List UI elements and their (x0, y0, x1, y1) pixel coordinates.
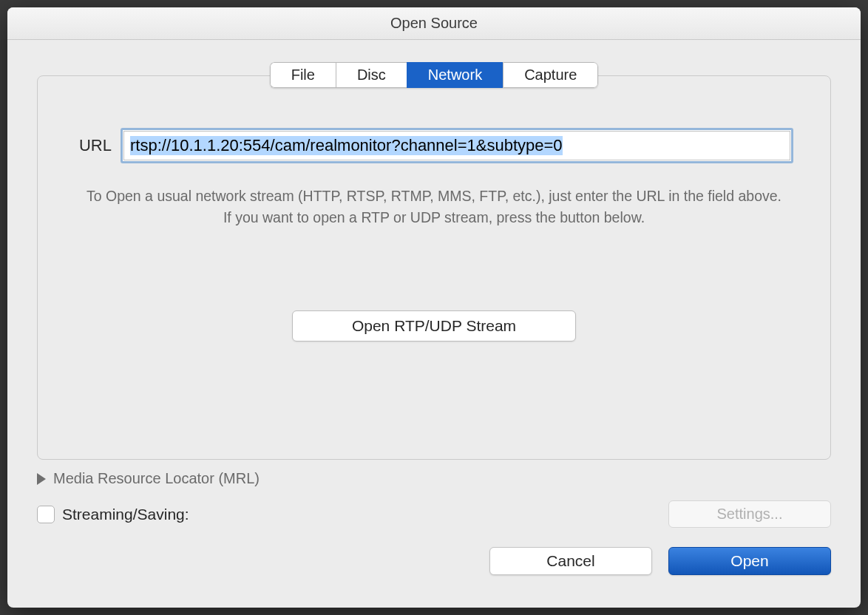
help-text: To Open a usual network stream (HTTP, RT… (75, 186, 793, 229)
open-source-dialog: Open Source File Disc Network Capture UR… (7, 7, 861, 608)
source-tabs: File Disc Network Capture (270, 62, 599, 88)
titlebar: Open Source (7, 7, 861, 40)
streaming-checkbox-group: Streaming/Saving: (37, 506, 189, 523)
url-label: URL (75, 136, 112, 155)
streaming-row: Streaming/Saving: Settings... (37, 500, 831, 528)
disclosure-triangle-icon (37, 473, 46, 485)
bottom-section: Media Resource Locator (MRL) Streaming/S… (37, 460, 831, 575)
streaming-saving-label: Streaming/Saving: (62, 506, 189, 523)
tab-disc[interactable]: Disc (336, 62, 407, 88)
window-title: Open Source (390, 15, 478, 32)
mrl-disclosure[interactable]: Media Resource Locator (MRL) (37, 470, 831, 487)
dialog-content: File Disc Network Capture URL To Open a … (7, 40, 861, 608)
open-rtp-udp-button[interactable]: Open RTP/UDP Stream (292, 310, 576, 342)
tabs-container: File Disc Network Capture (37, 62, 831, 88)
rtp-button-row: Open RTP/UDP Stream (75, 310, 793, 342)
url-input[interactable] (123, 131, 790, 160)
settings-button: Settings... (668, 500, 831, 528)
action-buttons: Cancel Open (37, 547, 831, 575)
streaming-saving-checkbox[interactable] (37, 506, 55, 523)
url-input-focus-ring (121, 128, 793, 163)
tab-network[interactable]: Network (407, 62, 503, 88)
tab-file[interactable]: File (270, 62, 336, 88)
url-row: URL (75, 128, 793, 163)
mrl-label: Media Resource Locator (MRL) (53, 470, 260, 487)
cancel-button[interactable]: Cancel (489, 547, 652, 575)
network-panel: URL To Open a usual network stream (HTTP… (37, 75, 831, 460)
tab-capture[interactable]: Capture (503, 62, 598, 88)
open-button[interactable]: Open (668, 547, 831, 575)
